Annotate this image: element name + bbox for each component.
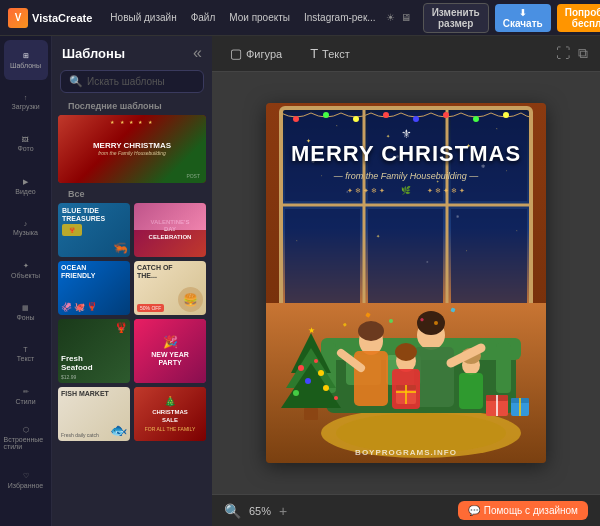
sidebar-item-text[interactable]: T Текст (4, 334, 48, 374)
svg-point-33 (353, 116, 359, 122)
template-card-recent[interactable]: ★ ★ ★ ★ ★ MERRY CHRISTMAS from the Famil… (58, 115, 206, 183)
svg-text:BOYPROGRAMS.INFO: BOYPROGRAMS.INFO (355, 448, 457, 457)
svg-text:✦: ✦ (376, 233, 380, 239)
nav-instagram[interactable]: Instagram-рек... (300, 10, 380, 25)
expand-icon[interactable]: ⛶ (556, 45, 570, 62)
main-area: ⊞ Шаблоны ↑ Загрузки 🖼 Фото ▶ Видео ♪ Му… (0, 36, 600, 526)
template-card-fishmarket[interactable]: FISH MARKET 🐟 Fresh daily catch (58, 387, 130, 441)
video-icon: ▶ (23, 178, 28, 186)
svg-point-79 (314, 359, 318, 363)
svg-text:⚜: ⚜ (401, 127, 412, 141)
svg-point-59 (417, 311, 445, 335)
svg-text:✦: ✦ (386, 133, 390, 139)
resize-button[interactable]: Изменить размер (423, 3, 489, 33)
try-free-button[interactable]: Попробовать бесплатно (557, 4, 600, 32)
text-icon: T (23, 346, 27, 353)
svg-point-95 (389, 319, 393, 323)
favorites-icon: ♡ (23, 472, 29, 480)
help-design-button[interactable]: 💬 Помощь с дизайном (458, 501, 588, 520)
zoom-in-button[interactable]: + (279, 503, 287, 519)
search-icon: 🔍 (69, 75, 83, 88)
shape-tool-button[interactable]: ▢ Фигура (224, 43, 288, 64)
svg-text:MERRY CHRISTMAS: MERRY CHRISTMAS (291, 141, 521, 166)
panel-title: Шаблоны (62, 46, 125, 61)
svg-rect-9 (285, 209, 360, 304)
nav-file[interactable]: Файл (187, 10, 220, 25)
svg-point-34 (383, 112, 389, 118)
svg-text:✦ ❄ ✦ ❄ ✦: ✦ ❄ ✦ ❄ ✦ (427, 187, 465, 194)
svg-point-31 (293, 116, 299, 122)
search-input[interactable] (87, 76, 195, 87)
sidebar-item-music[interactable]: ♪ Музыка (4, 208, 48, 248)
backgrounds-icon: ▦ (22, 304, 29, 312)
svg-text:❄: ❄ (456, 214, 459, 219)
zoom-out-button[interactable]: 🔍 (224, 503, 241, 519)
svg-point-36 (443, 112, 449, 118)
template-card-blue-tide[interactable]: BLUE TIDETREASURES 🦞 🦐 (58, 203, 130, 257)
template-grid-row1: BLUE TIDETREASURES 🦞 🦐 VALENTINE'SDAYCEL… (58, 203, 206, 257)
sidebar-item-uploads[interactable]: ↑ Загрузки (4, 82, 48, 122)
svg-rect-64 (459, 373, 483, 409)
download-button[interactable]: ⬇ Скачать (495, 4, 551, 32)
svg-point-37 (473, 116, 479, 122)
svg-rect-75 (304, 408, 318, 420)
duplicate-icon[interactable]: ⧉ (578, 45, 588, 62)
svg-point-77 (318, 370, 324, 376)
icon-sidebar: ⊞ Шаблоны ↑ Загрузки 🖼 Фото ▶ Видео ♪ Му… (0, 36, 52, 526)
sidebar-item-custom-styles[interactable]: ⬡ Встроенные стили (4, 418, 48, 458)
templates-panel: Шаблоны « 🔍 Последние шаблоны ★ ★ ★ ★ ★ … (52, 36, 212, 526)
svg-rect-10 (368, 209, 443, 304)
custom-styles-icon: ⬡ (23, 426, 29, 434)
nav-new-design[interactable]: Новый дизайн (106, 10, 180, 25)
search-box[interactable]: 🔍 (60, 70, 204, 93)
svg-point-81 (323, 385, 329, 391)
collapse-button[interactable]: « (193, 44, 202, 62)
canvas-viewport: ✦ * ✦ * ✦ * * ✦ * * ✦ * * ❄ ❄ ❄ (212, 72, 600, 494)
sidebar-item-backgrounds[interactable]: ▦ Фоны (4, 292, 48, 332)
logo-icon: V (8, 8, 28, 28)
text-tool-button[interactable]: T Текст (304, 43, 356, 64)
panel-header: Шаблоны « (52, 36, 212, 66)
template-card-fresh[interactable]: 🦞 FreshSeafood $12.99 (58, 319, 130, 383)
svg-rect-11 (451, 209, 527, 304)
svg-point-35 (413, 116, 419, 122)
sidebar-item-objects[interactable]: ✦ Объекты (4, 250, 48, 290)
canvas-bottom-bar: 🔍 65% + 💬 Помощь с дизайном (212, 494, 600, 526)
app-logo[interactable]: V VistaCreate (8, 8, 92, 28)
svg-text:❄: ❄ (426, 260, 429, 264)
objects-icon: ✦ (23, 262, 29, 270)
svg-point-47 (336, 413, 506, 453)
template-card-ocean[interactable]: OCEANFRIENDLY 🦑🐙🦞 (58, 261, 130, 315)
logo-text: VistaCreate (32, 12, 92, 24)
template-grid-row4: FISH MARKET 🐟 Fresh daily catch 🎄 CHRIST… (58, 387, 206, 441)
canvas-top-icons: ⛶ ⧉ (556, 45, 588, 62)
help-icon: 💬 (468, 505, 480, 516)
svg-point-76 (298, 365, 304, 371)
template-card-christmas-sale[interactable]: 🎄 CHRISTMASSALE FOR ALL THE FAMILY (134, 387, 206, 441)
styles-icon: ✏ (23, 388, 29, 396)
templates-icon: ⊞ (23, 52, 29, 60)
sidebar-item-favorites[interactable]: ♡ Избранное (4, 460, 48, 500)
sidebar-item-video[interactable]: ▶ Видео (4, 166, 48, 206)
template-card-valentines[interactable]: VALENTINE'SDAYCELEBRATION (134, 203, 206, 257)
text-tool-icon: T (310, 46, 318, 61)
svg-text:— from the Family Housebuildin: — from the Family Housebuilding — (333, 171, 480, 181)
template-card-catch[interactable]: CATCH OFTHE... 🍔 50% OFF (134, 261, 206, 315)
svg-point-56 (358, 321, 384, 341)
zoom-level: 65% (249, 505, 271, 517)
template-grid-row3: 🦞 FreshSeafood $12.99 🎉 NEW YEARPARTY (58, 319, 206, 383)
canvas-design[interactable]: ✦ * ✦ * ✦ * * ✦ * * ✦ * * ❄ ❄ ❄ (266, 103, 546, 463)
svg-text:★: ★ (308, 326, 315, 335)
svg-point-32 (323, 112, 329, 118)
sidebar-item-styles[interactable]: ✏ Стили (4, 376, 48, 416)
template-card-newyear[interactable]: 🎉 NEW YEARPARTY (134, 319, 206, 383)
sidebar-item-photos[interactable]: 🖼 Фото (4, 124, 48, 164)
upload-icon: ↑ (24, 94, 28, 101)
svg-point-82 (334, 396, 338, 400)
section-recent-label: Последние шаблоны (58, 99, 206, 115)
svg-rect-51 (496, 343, 511, 393)
sidebar-item-templates[interactable]: ⊞ Шаблоны (4, 40, 48, 80)
svg-text:🌿: 🌿 (401, 185, 411, 195)
svg-text:✦ ❄ ✦ ❄ ✦: ✦ ❄ ✦ ❄ ✦ (347, 187, 385, 194)
nav-my-projects[interactable]: Мои проекты (225, 10, 294, 25)
